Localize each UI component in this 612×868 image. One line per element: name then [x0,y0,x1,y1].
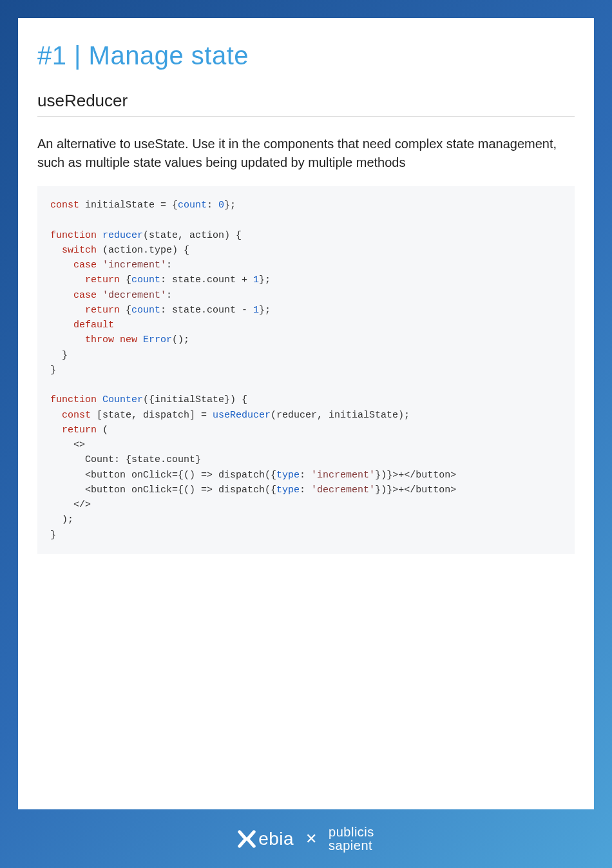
xebia-mark-icon [238,830,256,848]
xebia-text: ebia [258,829,294,849]
slide-page: #1 | Manage state useReducer An alternat… [18,18,594,809]
body-text: An alternative to useState. Use it in th… [37,135,575,172]
ps-line1: publicis [329,825,374,839]
footer: ebia ✕ publicis sapient [0,809,612,868]
ps-line2: sapient [329,839,374,853]
section-heading: useReducer [37,91,575,117]
separator-icon: ✕ [305,831,317,847]
publicis-sapient-logo: publicis sapient [329,825,374,853]
footer-logos: ebia ✕ publicis sapient [238,825,374,853]
code-block: const initialState = {count: 0}; functio… [37,186,575,554]
page-title: #1 | Manage state [37,41,575,70]
xebia-logo: ebia [238,829,294,849]
